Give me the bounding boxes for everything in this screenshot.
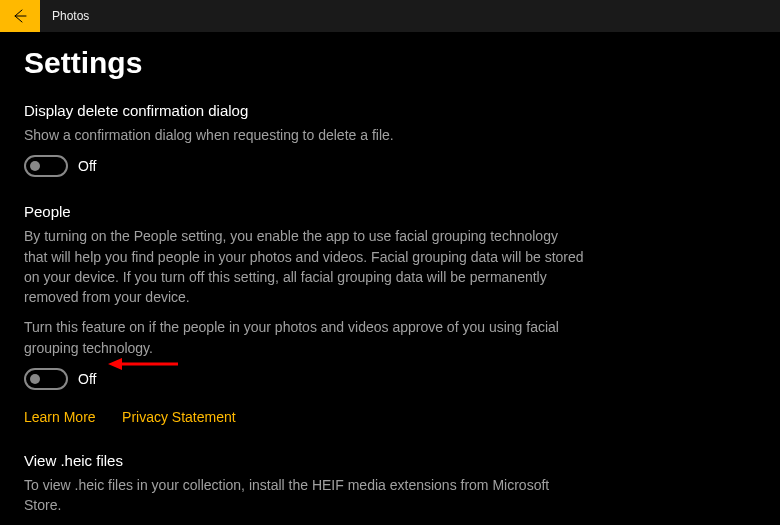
- heic-desc: To view .heic files in your collection, …: [24, 475, 584, 516]
- people-desc-1: By turning on the People setting, you en…: [24, 226, 584, 307]
- delete-confirm-title: Display delete confirmation dialog: [24, 102, 584, 119]
- people-links: Learn More Privacy Statement: [24, 408, 584, 426]
- section-people: People By turning on the People setting,…: [24, 203, 584, 426]
- heic-title: View .heic files: [24, 452, 584, 469]
- delete-confirm-desc: Show a confirmation dialog when requesti…: [24, 125, 584, 145]
- settings-content: Settings Display delete confirmation dia…: [0, 32, 780, 525]
- back-arrow-icon: [12, 8, 28, 24]
- section-heic: View .heic files To view .heic files in …: [24, 452, 584, 525]
- titlebar: Photos: [0, 0, 780, 32]
- people-title: People: [24, 203, 584, 220]
- people-toggle-row: Off: [24, 368, 584, 390]
- page-title: Settings: [24, 46, 756, 80]
- back-button[interactable]: [0, 0, 40, 32]
- section-delete-confirm: Display delete confirmation dialog Show …: [24, 102, 584, 177]
- people-desc-2: Turn this feature on if the people in yo…: [24, 317, 584, 358]
- app-title: Photos: [52, 9, 89, 23]
- toggle-knob-icon: [30, 374, 40, 384]
- delete-confirm-toggle-label: Off: [78, 158, 96, 174]
- people-toggle-label: Off: [78, 371, 96, 387]
- toggle-knob-icon: [30, 161, 40, 171]
- people-toggle[interactable]: [24, 368, 68, 390]
- delete-confirm-toggle[interactable]: [24, 155, 68, 177]
- delete-confirm-toggle-row: Off: [24, 155, 584, 177]
- privacy-statement-link[interactable]: Privacy Statement: [122, 409, 236, 425]
- learn-more-link[interactable]: Learn More: [24, 409, 96, 425]
